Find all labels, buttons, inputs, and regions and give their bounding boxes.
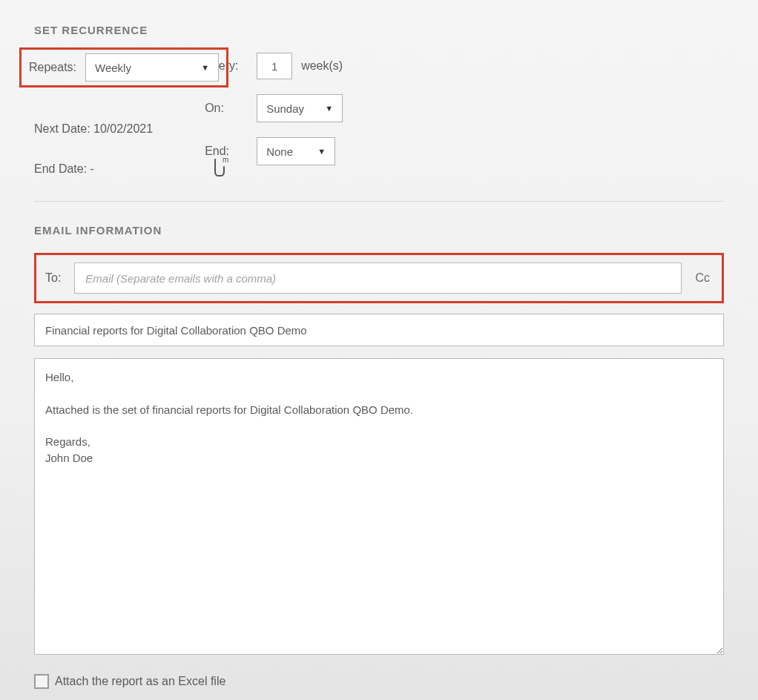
email-body-textarea[interactable] xyxy=(34,358,724,655)
end-date-label: End Date: xyxy=(34,162,87,175)
attach-excel-checkbox[interactable] xyxy=(34,674,49,689)
end-select[interactable]: None ▼ xyxy=(257,137,335,165)
every-units: week(s) xyxy=(301,59,343,73)
section-divider xyxy=(34,201,724,202)
chevron-down-icon: ▼ xyxy=(325,104,333,113)
attach-excel-label: Attach the report as an Excel file xyxy=(55,675,225,688)
email-information-header: EMAIL INFORMATION xyxy=(34,224,724,237)
repeats-select-value: Weekly xyxy=(95,62,131,74)
chevron-down-icon: ▼ xyxy=(317,147,326,156)
repeats-label: Repeats: xyxy=(29,61,76,74)
email-to-input[interactable] xyxy=(74,262,682,294)
next-date-value: 10/02/2021 xyxy=(93,122,153,135)
chevron-down-icon: ▼ xyxy=(201,63,209,72)
end-label: End: xyxy=(205,145,248,158)
email-information-section: EMAIL INFORMATION To: Cc Attach the repo… xyxy=(34,224,724,689)
email-to-highlight: To: Cc xyxy=(34,253,724,303)
on-day-value: Sunday xyxy=(266,102,304,115)
email-subject-input[interactable] xyxy=(34,314,724,346)
set-recurrence-section: SET RECURRENCE Repeats: Weekly ▼ Next Da… xyxy=(34,24,724,176)
repeats-highlight: Repeats: Weekly ▼ xyxy=(19,47,228,88)
on-day-select[interactable]: Sunday ▼ xyxy=(257,94,343,122)
next-date-label: Next Date: xyxy=(34,122,90,135)
end-select-value: None xyxy=(266,145,293,158)
end-date-value: - xyxy=(90,162,94,175)
on-label: On: xyxy=(205,102,248,115)
repeats-select[interactable]: Weekly ▼ xyxy=(85,53,219,82)
every-input[interactable] xyxy=(257,53,292,79)
email-to-label: To: xyxy=(45,271,61,285)
set-recurrence-header: SET RECURRENCE xyxy=(34,24,724,36)
email-cc-toggle[interactable]: Cc xyxy=(695,271,710,285)
